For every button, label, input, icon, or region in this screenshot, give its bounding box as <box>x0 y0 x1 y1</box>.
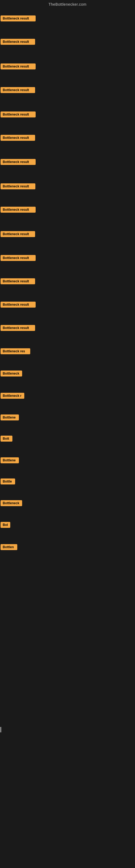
badge-row: Bottle <box>1 478 15 486</box>
site-title: TheBottlenecker.com <box>48 2 86 6</box>
badge-row: Bottleneck result <box>1 183 35 190</box>
bottleneck-badge-17[interactable]: Bottleneck r <box>1 393 24 399</box>
badge-row: Bottleneck result <box>1 207 36 214</box>
badge-row: Bottleneck <box>1 371 22 378</box>
badge-row: Bottleneck result <box>1 16 36 23</box>
badge-row: Bottleneck <box>1 500 22 507</box>
badge-row: Bottleneck result <box>1 159 36 166</box>
bottleneck-badge-15[interactable]: Bottleneck res <box>1 348 30 354</box>
bottleneck-badge-18[interactable]: Bottlene <box>1 414 19 421</box>
badge-row: Bottleneck res <box>1 348 30 355</box>
badge-row: Bottlene <box>1 414 19 422</box>
bottleneck-badge-4[interactable]: Bottleneck result <box>1 87 35 93</box>
bottleneck-badge-16[interactable]: Bottleneck <box>1 371 22 376</box>
bottleneck-badge-5[interactable]: Bottleneck result <box>1 112 36 118</box>
bottleneck-badge-7[interactable]: Bottleneck result <box>1 159 36 165</box>
badge-row: Bottleneck result <box>1 135 35 142</box>
bottleneck-badge-11[interactable]: Bottleneck result <box>1 255 36 261</box>
bottleneck-badge-10[interactable]: Bottleneck result <box>1 231 35 237</box>
bottleneck-badge-2[interactable]: Bottleneck result <box>1 39 35 45</box>
bottleneck-badge-9[interactable]: Bottleneck result <box>1 207 36 213</box>
badge-row: Bottleneck result <box>1 325 35 332</box>
bottleneck-badge-23[interactable]: Bol <box>1 522 10 528</box>
badge-row: Bottleneck result <box>1 87 35 94</box>
bottleneck-badge-21[interactable]: Bottle <box>1 478 15 485</box>
badge-row: Bottleneck result <box>1 231 35 238</box>
bottleneck-badge-20[interactable]: Bottlene <box>1 457 19 463</box>
bottleneck-badge-3[interactable]: Bottleneck result <box>1 63 36 69</box>
bottleneck-badge-6[interactable]: Bottleneck result <box>1 135 35 141</box>
badge-row: Bottleneck r <box>1 393 24 400</box>
bottleneck-badge-12[interactable]: Bottleneck result <box>1 278 35 284</box>
bottleneck-badge-13[interactable]: Bottleneck result <box>1 302 36 308</box>
badge-row: Bottleneck result <box>1 278 35 285</box>
bottleneck-badge-22[interactable]: Bottleneck <box>1 500 22 506</box>
badge-row: Bott <box>1 436 12 443</box>
badge-row: Bottlene <box>1 457 19 464</box>
badge-row: Bottleneck result <box>1 112 36 119</box>
site-header: TheBottlenecker.com <box>0 0 135 9</box>
bottleneck-badge-14[interactable]: Bottleneck result <box>1 325 35 331</box>
cursor <box>1 727 1 733</box>
bottleneck-badge-1[interactable]: Bottleneck result <box>1 16 36 22</box>
badge-row: Bottleneck result <box>1 39 35 46</box>
badge-row: Bottleneck result <box>1 255 36 262</box>
bottleneck-badge-24[interactable]: Bottlen <box>1 544 17 550</box>
badge-row: Bottleneck result <box>1 63 36 70</box>
bottleneck-badge-8[interactable]: Bottleneck result <box>1 183 35 189</box>
badge-row: Bottleneck result <box>1 302 36 309</box>
badge-row: Bol <box>1 522 10 529</box>
badge-row: Bottlen <box>1 544 17 551</box>
bottleneck-badge-19[interactable]: Bott <box>1 436 12 442</box>
